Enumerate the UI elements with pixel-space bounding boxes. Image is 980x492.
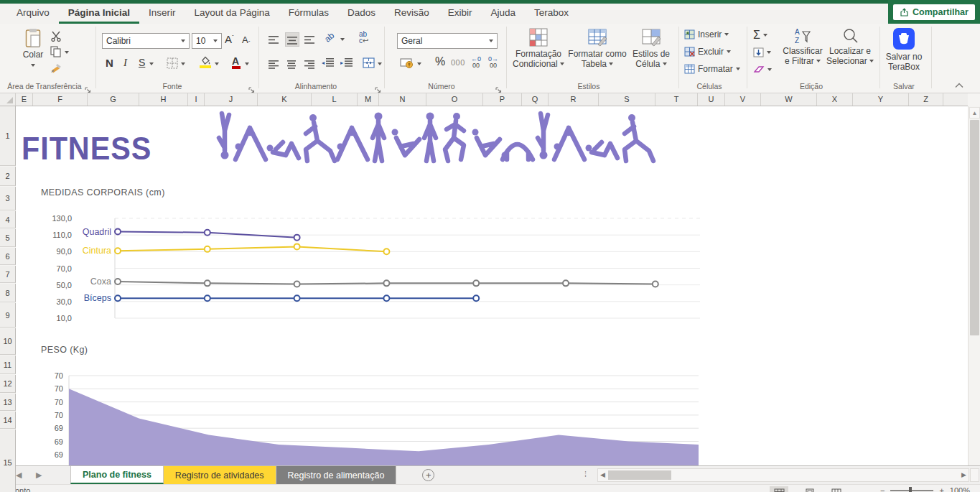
column-header-N[interactable]: N: [379, 93, 426, 106]
normal-view-icon[interactable]: [770, 486, 788, 492]
merge-center-dropdown[interactable]: [378, 62, 382, 65]
sheet-tab-registro-de-atividades[interactable]: Registro de atividades: [164, 466, 276, 484]
column-header-M[interactable]: M: [358, 93, 379, 106]
cell-styles-button[interactable]: Estilos de Célula: [628, 27, 674, 69]
new-sheet-button[interactable]: +: [422, 469, 434, 481]
column-header-V[interactable]: V: [725, 93, 761, 106]
column-header-S[interactable]: S: [599, 93, 655, 106]
paste-dropdown[interactable]: [31, 64, 35, 67]
row-header-7[interactable]: 7: [0, 266, 16, 283]
underline-button[interactable]: S: [139, 57, 145, 68]
select-all-corner[interactable]: [0, 93, 16, 106]
align-right-button[interactable]: [303, 57, 317, 71]
column-header-T[interactable]: T: [655, 93, 698, 106]
font-name-combo[interactable]: Calibri: [102, 33, 190, 49]
zoom-in-button[interactable]: +: [939, 486, 943, 492]
sort-filter-button[interactable]: A Z Classificar e Filtrar: [780, 27, 826, 66]
orientation-button[interactable]: ab: [322, 30, 336, 44]
clear-button[interactable]: [753, 65, 772, 75]
column-header-Y[interactable]: Y: [853, 93, 909, 106]
column-header-L[interactable]: L: [312, 93, 358, 106]
column-header-I[interactable]: I: [188, 93, 205, 106]
row-header-11[interactable]: 11: [0, 356, 16, 374]
decrease-indent-button[interactable]: ◂: [322, 57, 336, 70]
align-center-button[interactable]: [285, 57, 299, 71]
menu-tab-layout-da-p-gina[interactable]: Layout da Página: [185, 4, 279, 24]
menu-tab-f-rmulas[interactable]: Fórmulas: [279, 4, 338, 24]
column-header-Z[interactable]: Z: [909, 93, 943, 106]
insert-cells-button[interactable]: Inserir: [684, 29, 729, 40]
vertical-scrollbar[interactable]: ▲: [968, 106, 980, 466]
column-header-O[interactable]: O: [426, 93, 483, 106]
find-select-button[interactable]: Localizar e Selecionar: [826, 27, 874, 66]
number-dialog-launcher[interactable]: [495, 83, 503, 90]
underline-dropdown[interactable]: [149, 62, 154, 65]
zoom-out-button[interactable]: −: [880, 486, 885, 492]
column-header-Q[interactable]: Q: [522, 93, 549, 106]
save-to-terabox-button[interactable]: Salvar no TeraBox: [882, 27, 926, 72]
horizontal-scrollbar[interactable]: ◀ ▶: [597, 468, 969, 482]
row-header-13[interactable]: 13: [0, 394, 16, 411]
font-dialog-launcher[interactable]: [248, 83, 256, 90]
column-header-P[interactable]: P: [483, 93, 522, 106]
decrease-font-button[interactable]: Aˇ: [242, 34, 250, 46]
row-header-6[interactable]: 6: [0, 248, 16, 265]
increase-font-button[interactable]: Aˆ: [225, 33, 234, 45]
accounting-format-button[interactable]: [400, 57, 414, 72]
format-as-table-button[interactable]: Formatar como Tabela: [568, 27, 627, 69]
menu-tab-revis-o[interactable]: Revisão: [385, 4, 439, 24]
next-sheet-arrow[interactable]: ▶: [36, 470, 42, 480]
copy-dropdown[interactable]: [65, 51, 69, 54]
row-header-9[interactable]: 9: [0, 303, 16, 328]
chart-peso[interactable]: 70707070696969: [55, 371, 699, 465]
row-header-14[interactable]: 14: [0, 412, 16, 429]
fill-color-button[interactable]: [200, 55, 211, 68]
align-left-button[interactable]: [267, 57, 281, 71]
page-layout-view-icon[interactable]: [801, 486, 819, 492]
menu-tab-arquivo[interactable]: Arquivo: [7, 4, 59, 24]
zoom-slider-knob[interactable]: [909, 487, 912, 492]
column-header-F[interactable]: F: [33, 93, 88, 106]
column-header-J[interactable]: J: [205, 93, 258, 106]
scroll-right-arrow[interactable]: ▶: [961, 471, 966, 478]
menu-tab-terabox[interactable]: Terabox: [525, 4, 578, 24]
share-button[interactable]: Compartilhar: [893, 4, 975, 20]
menu-tab-inserir[interactable]: Inserir: [139, 4, 185, 24]
vertical-scroll-thumb[interactable]: [970, 120, 979, 335]
align-top-button[interactable]: [267, 32, 281, 47]
conditional-formatting-button[interactable]: Formatação Condicional: [510, 27, 566, 69]
column-header-X[interactable]: X: [817, 93, 853, 106]
column-header-K[interactable]: K: [258, 93, 312, 106]
scroll-up-arrow[interactable]: ▲: [969, 107, 980, 119]
horizontal-scroll-thumb[interactable]: [608, 470, 671, 480]
font-color-button[interactable]: A: [232, 55, 239, 67]
row-header-5[interactable]: 5: [0, 229, 16, 247]
format-painter-button[interactable]: [50, 62, 62, 77]
tab-scrollbar-splitter[interactable]: ⁞: [584, 470, 587, 478]
zoom-slider[interactable]: [890, 490, 933, 491]
column-header-R[interactable]: R: [549, 93, 599, 106]
borders-dropdown[interactable]: [181, 62, 185, 65]
align-middle-button[interactable]: [285, 32, 299, 47]
row-header-8[interactable]: 8: [0, 284, 16, 302]
row-header-2[interactable]: 2: [0, 167, 16, 186]
delete-cells-button[interactable]: Excluir: [684, 47, 731, 57]
row-header-4[interactable]: 4: [0, 211, 16, 228]
merge-center-button[interactable]: [363, 57, 375, 71]
menu-tab-dados[interactable]: Dados: [338, 4, 385, 24]
accounting-dropdown[interactable]: [417, 62, 421, 65]
menu-tab-ajuda[interactable]: Ajuda: [482, 4, 526, 24]
collapse-ribbon-button[interactable]: [955, 78, 963, 91]
column-header-E[interactable]: E: [16, 93, 33, 106]
font-color-dropdown[interactable]: [245, 62, 249, 65]
decrease-decimal-button[interactable]: 0→00: [488, 56, 498, 69]
prev-sheet-arrow[interactable]: ◀: [16, 470, 22, 480]
chart-medidas-corporais[interactable]: 130,0110,090,070,050,030,010,0QuadrilCin…: [52, 214, 700, 322]
menu-tab-exibir[interactable]: Exibir: [439, 4, 482, 24]
orientation-dropdown[interactable]: [340, 38, 345, 41]
number-format-combo[interactable]: Geral: [397, 33, 498, 49]
row-header-15[interactable]: 15: [0, 430, 16, 492]
menu-tab-p-gina-inicial[interactable]: Página Inicial: [59, 4, 139, 24]
increase-indent-button[interactable]: ▸: [340, 57, 355, 70]
format-cells-button[interactable]: Formatar: [684, 64, 740, 74]
